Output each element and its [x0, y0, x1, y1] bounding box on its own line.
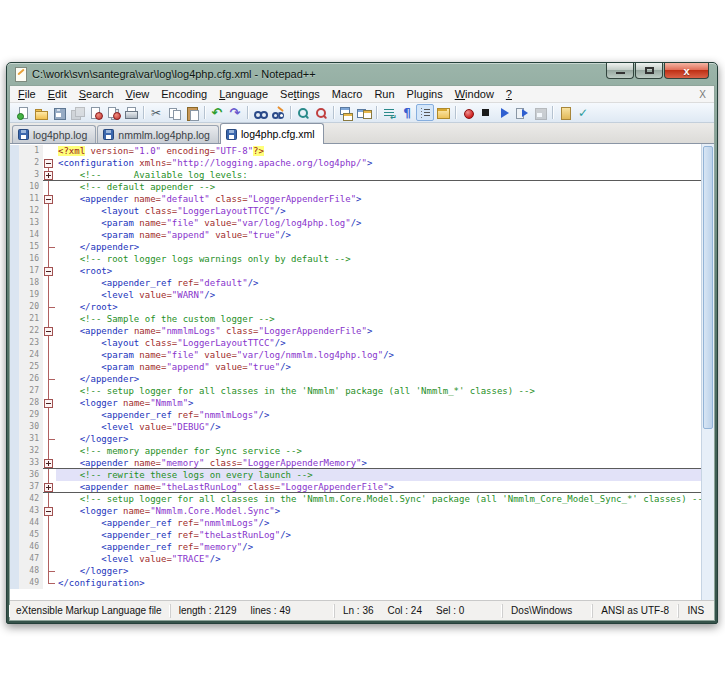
- code-text[interactable]: <layout class="LoggerLayoutTTCC"/>: [56, 337, 701, 349]
- code-text[interactable]: <!-- memory appender for Sync service --…: [56, 445, 701, 457]
- menu-item-help[interactable]: ?: [500, 87, 518, 101]
- menu-item-view[interactable]: View: [120, 87, 156, 101]
- user-define-dialog-button[interactable]: [434, 104, 452, 121]
- code-text[interactable]: <!-- Sample of the custom logger -->: [56, 313, 701, 325]
- print-button[interactable]: [122, 104, 140, 121]
- bookmark-margin[interactable]: [10, 361, 19, 373]
- redo-button[interactable]: [226, 104, 244, 121]
- bookmark-margin[interactable]: [10, 241, 19, 253]
- bookmark-margin[interactable]: [10, 421, 19, 433]
- code-text[interactable]: <!-- setup logger for all classes in the…: [56, 385, 701, 397]
- close-all-button[interactable]: [104, 104, 122, 121]
- fold-toggle[interactable]: [43, 505, 56, 517]
- bookmark-margin[interactable]: [10, 385, 19, 397]
- fold-toggle[interactable]: [43, 157, 56, 169]
- menu-item-edit[interactable]: Edit: [42, 87, 73, 101]
- code-text[interactable]: <level value="DEBUG"/>: [56, 421, 701, 433]
- menubar-close-icon[interactable]: X: [699, 89, 714, 100]
- replace-button[interactable]: [269, 104, 287, 121]
- bookmark-margin[interactable]: [10, 553, 19, 565]
- vertical-scrollbar[interactable]: [701, 144, 714, 600]
- code-text[interactable]: <appender name="theLastRunLog" class="Lo…: [56, 481, 701, 493]
- menu-item-run[interactable]: Run: [368, 87, 400, 101]
- bookmark-margin[interactable]: [10, 397, 19, 409]
- bookmark-margin[interactable]: [10, 409, 19, 421]
- menu-item-macro[interactable]: Macro: [326, 87, 369, 101]
- tab-log4php.log[interactable]: log4php.log: [12, 125, 96, 143]
- bookmark-margin[interactable]: [10, 229, 19, 241]
- code-text[interactable]: <appender_ref ref="memory"/>: [56, 541, 701, 553]
- bookmark-margin[interactable]: [10, 577, 19, 589]
- open-file-button[interactable]: [32, 104, 50, 121]
- indent-guide-button[interactable]: [416, 104, 434, 121]
- bookmark-margin[interactable]: [10, 217, 19, 229]
- code-editor[interactable]: 1<?xml version="1.0" encoding="UTF-8"?>2…: [10, 144, 714, 600]
- spell-check-button[interactable]: [574, 104, 592, 121]
- fold-toggle[interactable]: [43, 193, 56, 205]
- code-text[interactable]: <root>: [56, 265, 701, 277]
- undo-button[interactable]: [208, 104, 226, 121]
- scrollbar-thumb[interactable]: [703, 146, 713, 429]
- macro-play-button[interactable]: [495, 104, 513, 121]
- bookmark-margin[interactable]: [10, 289, 19, 301]
- copy-button[interactable]: [165, 104, 183, 121]
- bookmark-margin[interactable]: [10, 157, 19, 169]
- menu-item-plugins[interactable]: Plugins: [401, 87, 449, 101]
- bookmark-margin[interactable]: [10, 565, 19, 577]
- sync-horizontal-button[interactable]: [355, 104, 373, 121]
- code-text[interactable]: <!-- setup logger for all classes in the…: [56, 493, 701, 505]
- code-text[interactable]: </logger>: [56, 433, 701, 445]
- bookmark-margin[interactable]: [10, 469, 19, 481]
- bookmark-margin[interactable]: [10, 541, 19, 553]
- code-text[interactable]: <!-- Available log levels:: [56, 169, 701, 181]
- show-all-characters-button[interactable]: [398, 104, 416, 121]
- bookmark-margin[interactable]: [10, 325, 19, 337]
- bookmark-margin[interactable]: [10, 265, 19, 277]
- cut-button[interactable]: [147, 104, 165, 121]
- code-text[interactable]: <layout class="LoggerLayoutTTCC"/>: [56, 205, 701, 217]
- fold-toggle[interactable]: [43, 481, 56, 493]
- bookmark-margin[interactable]: [10, 445, 19, 457]
- close-icon[interactable]: x: [664, 63, 709, 79]
- bookmark-margin[interactable]: [10, 457, 19, 469]
- bookmark-margin[interactable]: [10, 253, 19, 265]
- doc-map-button[interactable]: [556, 104, 574, 121]
- fold-toggle[interactable]: [43, 397, 56, 409]
- restore-icon[interactable]: [635, 63, 663, 79]
- bookmark-margin[interactable]: [10, 145, 19, 157]
- fold-toggle[interactable]: [43, 169, 56, 181]
- bookmark-margin[interactable]: [10, 493, 19, 505]
- bookmark-margin[interactable]: [10, 181, 19, 193]
- code-text[interactable]: <param name="file" value="var/log/log4ph…: [56, 217, 701, 229]
- zoom-in-button[interactable]: [294, 104, 312, 121]
- bookmark-margin[interactable]: [10, 205, 19, 217]
- save-button[interactable]: [50, 104, 68, 121]
- code-text[interactable]: <!-- default appender -->: [56, 181, 701, 193]
- fold-toggle[interactable]: [43, 325, 56, 337]
- tab-nmmlm.log4php.log[interactable]: nmmlm.log4php.log: [97, 125, 219, 143]
- bookmark-margin[interactable]: [10, 505, 19, 517]
- menu-item-language[interactable]: Language: [213, 87, 274, 101]
- code-text[interactable]: <logger name="Nmmlm.Core.Model.Sync">: [56, 505, 701, 517]
- menu-item-search[interactable]: Search: [73, 87, 120, 101]
- macro-run-multiple-button[interactable]: [513, 104, 531, 121]
- code-text[interactable]: </appender>: [56, 373, 701, 385]
- macro-save-button[interactable]: [531, 104, 549, 121]
- minimize-icon[interactable]: [606, 63, 634, 79]
- bookmark-margin[interactable]: [10, 169, 19, 181]
- code-text[interactable]: <configuration xmlns="http://logging.apa…: [56, 157, 701, 169]
- bookmark-margin[interactable]: [10, 433, 19, 445]
- code-text[interactable]: <!-- rewrite these logs on every launch …: [56, 469, 701, 481]
- save-all-button[interactable]: [68, 104, 86, 121]
- bookmark-margin[interactable]: [10, 349, 19, 361]
- menu-item-file[interactable]: File: [12, 87, 42, 101]
- bookmark-margin[interactable]: [10, 313, 19, 325]
- menu-item-settings[interactable]: Settings: [274, 87, 326, 101]
- menu-item-encoding[interactable]: Encoding: [155, 87, 213, 101]
- bookmark-margin[interactable]: [10, 373, 19, 385]
- close-file-button[interactable]: [86, 104, 104, 121]
- find-button[interactable]: [251, 104, 269, 121]
- bookmark-margin[interactable]: [10, 193, 19, 205]
- code-text[interactable]: <param name="append" value="true"/>: [56, 361, 701, 373]
- code-text[interactable]: <appender name="nmmlmLogs" class="Logger…: [56, 325, 701, 337]
